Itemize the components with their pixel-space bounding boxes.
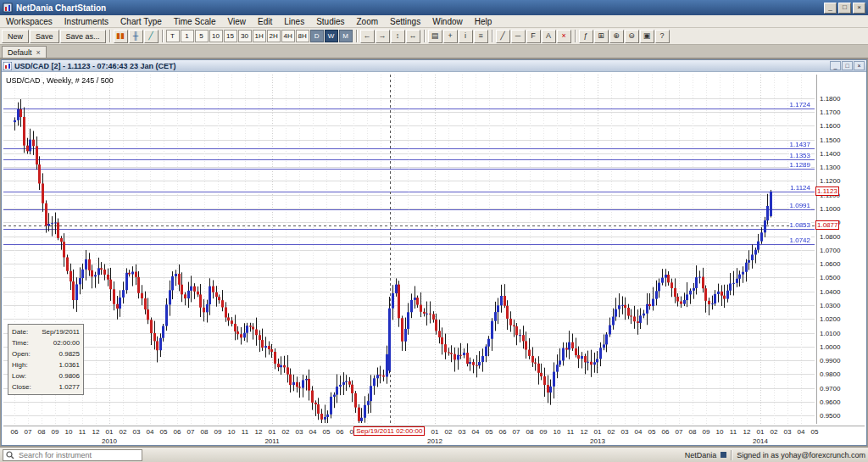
month-tick: 05 xyxy=(157,428,170,436)
crosshair-icon[interactable]: + xyxy=(443,30,458,43)
month-tick: 02 xyxy=(604,428,618,436)
grid-icon[interactable]: ▤ xyxy=(428,30,442,43)
price-tick: 1.1400 xyxy=(820,150,840,158)
timeframe-t[interactable]: T xyxy=(166,30,180,42)
zoom-in-icon[interactable]: ⊕ xyxy=(609,30,624,43)
chart-minimize-button[interactable]: _ xyxy=(830,61,841,70)
save-workspace-button[interactable]: Save xyxy=(30,30,59,43)
status-divider xyxy=(731,450,732,460)
price-tick: 0.9700 xyxy=(820,385,840,392)
text-tool-icon[interactable]: A xyxy=(542,30,556,43)
menu-edit[interactable]: Edit xyxy=(252,15,278,28)
timeframe-4h[interactable]: 4H xyxy=(281,30,295,42)
timeframe-15[interactable]: 15 xyxy=(224,30,237,42)
toolbar-separator xyxy=(356,30,358,42)
month-tick: 10 xyxy=(550,428,564,436)
menu-window[interactable]: Window xyxy=(426,15,469,28)
timeframe-8h[interactable]: 8H xyxy=(296,30,309,42)
month-tick: 06 xyxy=(659,428,672,436)
help-icon[interactable]: ? xyxy=(655,30,670,43)
snapshot-icon[interactable]: ▣ xyxy=(640,30,654,43)
new-workspace-button[interactable]: New xyxy=(2,30,29,43)
price-tick: 1.0700 xyxy=(820,247,840,254)
menu-chart-type[interactable]: Chart Type xyxy=(114,15,168,28)
month-tick: 06 xyxy=(333,428,347,436)
brand-square-icon xyxy=(721,452,726,458)
delete-drawing-icon[interactable]: × xyxy=(557,30,571,43)
month-tick: 02 xyxy=(767,428,781,436)
quote-list-icon[interactable]: ≡ xyxy=(474,30,488,43)
time-axis[interactable]: 0607080910111201020304050607080910111201… xyxy=(3,426,865,445)
maximize-button[interactable]: □ xyxy=(838,3,851,14)
line-type-icon[interactable]: ╱ xyxy=(144,30,159,43)
vertical-zoom-icon[interactable]: ↕ xyxy=(391,30,405,43)
timeframe-2h[interactable]: 2H xyxy=(267,30,281,42)
workspace-area: USD/CAD [2] - 1.1123 - 07:46:43 23 Jan (… xyxy=(0,58,868,447)
zoom-out-icon[interactable]: ⊖ xyxy=(625,30,639,43)
minimize-button[interactable]: _ xyxy=(824,3,837,14)
month-tick: 09 xyxy=(48,428,62,436)
month-tick: 09 xyxy=(211,428,225,436)
price-tick: 0.9500 xyxy=(820,412,840,420)
price-tick: 1.0200 xyxy=(820,315,840,323)
menu-instruments[interactable]: Instruments xyxy=(58,15,114,28)
level-price-label: 1.0742 xyxy=(789,237,811,244)
timeframe-d[interactable]: D xyxy=(310,30,324,42)
menu-zoom[interactable]: Zoom xyxy=(350,15,384,28)
signed-in-text[interactable]: Signed in as yohay@forexcrunch.com xyxy=(737,451,865,459)
menu-view[interactable]: View xyxy=(221,15,252,28)
menu-settings[interactable]: Settings xyxy=(384,15,426,28)
menu-lines[interactable]: Lines xyxy=(278,15,310,28)
price-tick: 0.9800 xyxy=(820,370,840,378)
tooltip-value: 0.9825 xyxy=(59,348,80,359)
timeframe-w[interactable]: W xyxy=(325,30,338,42)
app-titlebar[interactable]: NetDania ChartStation _ □ × xyxy=(0,0,868,15)
timeframe-10[interactable]: 10 xyxy=(209,30,223,42)
chart-window-titlebar[interactable]: USD/CAD [2] - 1.1123 - 07:46:43 23 Jan (… xyxy=(2,60,866,72)
level-price-label: 1.1289 xyxy=(789,161,811,169)
save-as-button[interactable]: Save as... xyxy=(60,30,106,43)
horizontal-line-icon[interactable]: ─ xyxy=(511,30,526,43)
app-window: NetDania ChartStation _ □ × WorkspacesIn… xyxy=(0,0,868,462)
info-icon[interactable]: i xyxy=(459,30,473,43)
month-tick: 01 xyxy=(754,428,767,436)
trendline-icon[interactable]: ╱ xyxy=(496,30,510,43)
chart-window-icon xyxy=(3,62,12,70)
fibonacci-icon[interactable]: F xyxy=(526,30,541,43)
menu-time-scale[interactable]: Time Scale xyxy=(168,15,222,28)
search-input[interactable] xyxy=(17,450,131,460)
tooltip-value: 0.9806 xyxy=(59,370,80,381)
menu-help[interactable]: Help xyxy=(469,15,498,28)
tooltip-value: 1.0277 xyxy=(59,381,80,392)
print-icon[interactable]: ⊞ xyxy=(594,30,609,43)
month-tick: 03 xyxy=(618,428,632,436)
indicators-icon[interactable]: ƒ xyxy=(579,30,593,43)
chart-area[interactable]: USD/CAD , Weekly, # 245 / 500 1.17241.14… xyxy=(2,73,866,445)
price-axis[interactable]: 1.18001.17001.16001.15001.14001.13001.12… xyxy=(816,75,865,424)
chart-restore-button[interactable]: □ xyxy=(842,61,853,70)
month-tick: 12 xyxy=(577,428,591,436)
timeframe-1h[interactable]: 1H xyxy=(253,30,266,42)
candlestick-chart[interactable] xyxy=(3,75,815,424)
month-tick: 01 xyxy=(103,428,116,436)
bar-type-icon[interactable]: ╫ xyxy=(129,30,143,43)
month-tick: 04 xyxy=(632,428,645,436)
month-tick: 06 xyxy=(496,428,509,436)
menu-studies[interactable]: Studies xyxy=(310,15,350,28)
tab-default[interactable]: Default × xyxy=(2,46,47,58)
shift-left-icon[interactable]: ← xyxy=(360,30,375,43)
shift-right-icon[interactable]: → xyxy=(376,30,390,43)
instrument-search[interactable] xyxy=(3,449,142,461)
horizontal-zoom-icon[interactable]: ↔ xyxy=(406,30,420,43)
timeframe-m[interactable]: M xyxy=(339,30,353,42)
tab-close-icon[interactable]: × xyxy=(36,48,41,57)
candlestick-type-icon[interactable]: ▮▮ xyxy=(114,30,128,43)
timeframe-5[interactable]: 5 xyxy=(195,30,209,42)
timeframe-30[interactable]: 30 xyxy=(238,30,252,42)
close-button[interactable]: × xyxy=(853,3,865,14)
timeframe-1[interactable]: 1 xyxy=(181,30,194,42)
menu-workspaces[interactable]: Workspaces xyxy=(0,15,58,28)
chart-close-button[interactable]: × xyxy=(854,61,865,70)
month-tick: 05 xyxy=(808,428,821,436)
month-tick: 04 xyxy=(143,428,157,436)
